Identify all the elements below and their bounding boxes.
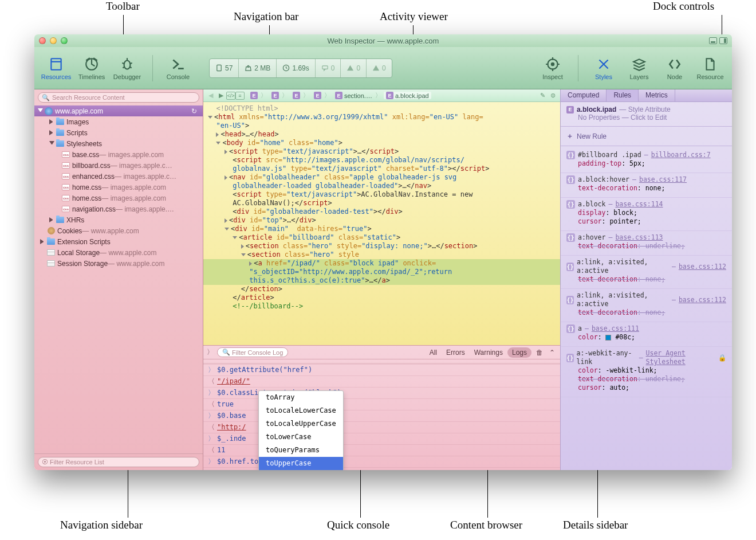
back-button[interactable]: ◀ (206, 91, 216, 100)
tree-css-item[interactable]: cssbase.css — images.apple.com (34, 149, 203, 160)
style-rule[interactable]: {}a:link, a:visited, a:active — base.css… (561, 289, 732, 322)
autocomplete-item-selected[interactable]: toUpperCase (259, 457, 343, 470)
layers-panel[interactable]: Layers (622, 56, 656, 80)
rule-source-link[interactable]: User Agent Stylesheet (646, 349, 715, 366)
crumb[interactable]: E〉 (290, 91, 312, 100)
css-declaration[interactable]: color: #08c; (578, 333, 726, 342)
crumb[interactable]: E〉 (312, 91, 333, 100)
css-declaration[interactable]: text-decoration: underline; (578, 375, 726, 384)
crumb-selected[interactable]: Ea.block.ipad (384, 92, 431, 99)
activity-docs[interactable]: 57 (210, 59, 239, 77)
tab-computed[interactable]: Computed (561, 89, 607, 101)
style-rule[interactable]: {}a:-webkit-any-link — User Agent Styles… (561, 347, 732, 397)
autocomplete-item[interactable]: toLocaleLowerCase (259, 404, 343, 417)
dom-tree-button[interactable]: </> (226, 92, 235, 100)
console-filter-input[interactable]: 🔍 Filter Console Log (217, 347, 288, 357)
activity-logs[interactable]: 0 (316, 59, 341, 77)
rule-source-link[interactable]: base.css:114 (615, 200, 663, 209)
css-declaration[interactable]: cursor: auto; (578, 384, 726, 392)
collapse-console-button[interactable]: ⌃ (548, 348, 557, 357)
rule-badge: {} (566, 296, 574, 304)
css-declaration[interactable]: text-decoration: none; (578, 275, 726, 284)
forward-button[interactable]: ▶ (216, 91, 226, 100)
console-filter-errors[interactable]: Errors (442, 347, 470, 358)
style-rule[interactable]: {}#billboard .ipad — billboard.css:7padd… (561, 148, 732, 173)
rule-source-link[interactable]: base.css:112 (679, 263, 726, 271)
source-button[interactable]: ≡ (235, 92, 245, 100)
crumb[interactable]: Esection.…〉 (333, 91, 384, 100)
console-tab[interactable]: Console (161, 56, 195, 80)
svg-point-15 (552, 62, 554, 65)
tab-metrics[interactable]: Metrics (639, 89, 675, 101)
inspect-button[interactable]: Inspect (536, 56, 570, 80)
rule-source-link[interactable]: billboard.css:7 (651, 151, 711, 159)
console-filter-warnings[interactable]: Warnings (470, 347, 507, 358)
clear-console-button[interactable]: 🗑 (535, 348, 544, 357)
tree-css-item[interactable]: csshome.css — images.apple.com (34, 182, 203, 193)
tree-xhrs[interactable]: XHRs (34, 214, 203, 225)
dock-side-button[interactable] (719, 37, 727, 44)
node-panel[interactable]: Node (657, 56, 692, 80)
dock-bottom-button[interactable] (709, 37, 717, 44)
search-input[interactable]: 🔍 Search Resource Content (38, 92, 199, 103)
activity-errors[interactable]: 0 (367, 59, 392, 77)
rule-source-link[interactable]: base.css:111 (592, 324, 639, 333)
rule-source-link[interactable]: base.css:113 (615, 233, 663, 242)
tree-images[interactable]: Images (34, 116, 203, 127)
autocomplete-popup[interactable]: toArray toLocaleLowerCase toLocaleUpperC… (258, 390, 344, 470)
tree-stylesheets[interactable]: Stylesheets (34, 138, 203, 149)
search-icon: 🔍 (222, 349, 230, 356)
tree-css-item[interactable]: cssenhanced.css — images.apple.c… (34, 171, 203, 182)
tree-sessionstorage[interactable]: Session Storage — www.apple.com (34, 258, 203, 269)
filter-input[interactable]: ⦿ Filter Resource List (38, 457, 199, 467)
timelines-tab[interactable]: Timelines (74, 56, 109, 80)
autocomplete-item[interactable]: toLowerCase (259, 431, 343, 444)
activity-warnings[interactable]: 0 (341, 59, 367, 77)
css-declaration[interactable]: color: -webkit-link; (578, 366, 726, 375)
autocomplete-item[interactable]: toArray (259, 391, 343, 404)
reload-icon[interactable]: ↻ (191, 107, 199, 115)
console-filter-all[interactable]: All (425, 347, 442, 358)
rule-source-link[interactable]: base.css:112 (679, 296, 726, 304)
tree-root[interactable]: www.apple.com ↻ (34, 105, 203, 116)
css-declaration[interactable]: cursor: pointer; (578, 217, 726, 226)
tree-scripts[interactable]: Scripts (34, 127, 203, 138)
styles-panel[interactable]: Styles (586, 56, 621, 80)
autocomplete-item[interactable]: toLocaleUpperCase (259, 417, 343, 431)
style-rule[interactable]: {}a.block — base.css:114display: block;c… (561, 198, 732, 231)
tree-cookies[interactable]: Cookies — www.apple.com (34, 225, 203, 236)
style-rule[interactable]: {}a:hover — base.css:113text-decoration:… (561, 231, 732, 256)
shadow-dom-button[interactable]: ⊜ (548, 91, 558, 100)
activity-time[interactable]: 1.69s (277, 59, 315, 77)
style-attribute-header[interactable]: Ea.block.ipad — Style Attribute No Prope… (561, 102, 732, 127)
tree-extscripts[interactable]: Extension Scripts (34, 236, 203, 247)
new-rule-button[interactable]: ＋New Rule (561, 127, 732, 146)
css-declaration[interactable]: text-decoration: none; (578, 308, 726, 317)
dom-tree[interactable]: <!DOCTYPE html> <html xmlns="http://www.… (203, 102, 560, 345)
paint-flashing-button[interactable]: ✎ (537, 91, 548, 100)
crumb[interactable]: E〉 (248, 91, 269, 100)
activity-size[interactable]: 2 MB (239, 59, 277, 77)
console-filter-logs[interactable]: Logs (507, 347, 531, 358)
console-log[interactable]: 〉$0.getAttribute("href") 〈"/ipad/" 〉$0.c… (203, 359, 560, 470)
css-declaration[interactable]: text-decoration: none; (578, 184, 726, 193)
css-declaration[interactable]: padding-top: 5px; (578, 159, 726, 168)
rule-source-link[interactable]: base.css:117 (639, 175, 687, 184)
activity-viewer: 57 2 MB 1.69s 0 0 0 (209, 58, 392, 78)
debugger-tab[interactable]: Debugger (110, 56, 144, 80)
tree-css-item[interactable]: csshome.css — images.apple.com (34, 193, 203, 204)
style-rule[interactable]: {}a:link, a:visited, a:active — base.css… (561, 256, 732, 289)
tree-css-item[interactable]: cssbillboard.css — images.apple.c… (34, 160, 203, 171)
color-swatch[interactable] (605, 335, 611, 341)
css-declaration[interactable]: text-decoration: underline; (578, 242, 726, 251)
style-rule[interactable]: {}a — base.css:111color: #08c; (561, 322, 732, 347)
style-rule[interactable]: {}a.block:hover — base.css:117text-decor… (561, 173, 732, 198)
tree-localstorage[interactable]: Local Storage — www.apple.com (34, 247, 203, 258)
resources-tab[interactable]: Resources (39, 56, 73, 80)
autocomplete-item[interactable]: toQueryParams (259, 444, 343, 457)
tree-css-item[interactable]: cssnavigation.css — images.apple.… (34, 204, 203, 214)
tab-rules[interactable]: Rules (607, 89, 639, 101)
css-declaration[interactable]: display: block; (578, 209, 726, 217)
resource-panel[interactable]: Resource (693, 56, 727, 80)
crumb[interactable]: E〉 (269, 91, 290, 100)
